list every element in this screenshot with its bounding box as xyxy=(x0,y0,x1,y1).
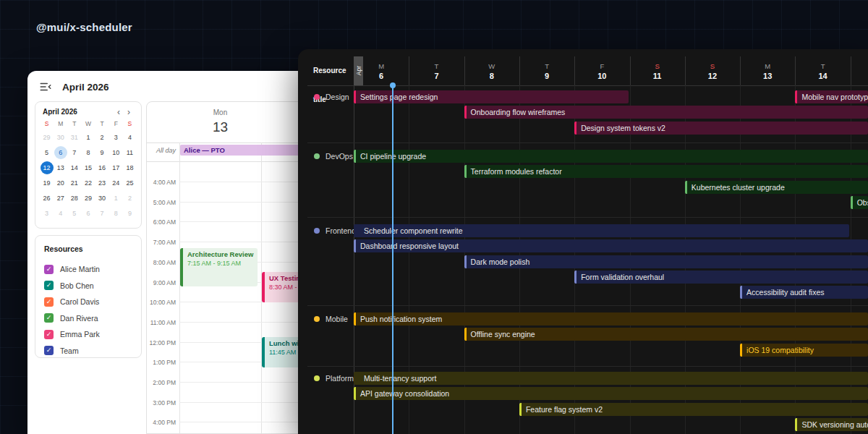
timeline-day-number: 7 xyxy=(434,72,438,80)
resource-item[interactable]: ✓Alice Martin xyxy=(44,261,132,278)
timeline-event[interactable]: Design system tokens v2 xyxy=(574,122,868,135)
timeline-event[interactable]: Dashboard responsive layout xyxy=(354,239,868,252)
mini-calendar-day-number: 6 xyxy=(54,146,67,159)
mini-calendar-day[interactable]: 8 xyxy=(81,145,95,160)
mini-calendar-day[interactable]: 20 xyxy=(54,175,67,190)
mini-calendar-day[interactable]: 18 xyxy=(123,160,137,175)
timeline-event[interactable]: Onboarding flow wireframes xyxy=(464,106,868,119)
mini-calendar-day[interactable]: 21 xyxy=(67,175,81,190)
sidebar-toggle-button[interactable] xyxy=(39,80,52,93)
mini-calendar-day[interactable]: 13 xyxy=(54,160,67,175)
mini-calendar-day[interactable]: 9 xyxy=(95,145,109,160)
mini-calendar-day[interactable]: 6 xyxy=(81,205,95,221)
mini-calendar-day[interactable]: 5 xyxy=(67,205,81,221)
timeline-event[interactable]: Form validation overhaul xyxy=(574,271,868,284)
resource-checkbox[interactable]: ✓ xyxy=(44,313,54,323)
mini-calendar-day[interactable]: 1 xyxy=(109,190,123,205)
mini-calendar-day[interactable]: 29 xyxy=(81,190,95,205)
mini-calendar-day[interactable]: 6 xyxy=(54,145,67,160)
mini-calendar-day[interactable]: 24 xyxy=(109,175,123,190)
timeline-event[interactable]: Terraform modules refactor xyxy=(464,165,868,178)
timeline-event[interactable]: Kubernetes cluster upgrade xyxy=(685,181,868,194)
resource-item[interactable]: ✓Team xyxy=(44,343,132,359)
day-event[interactable]: Architecture Review7:15 AM - 9:15 AM xyxy=(180,248,258,286)
mini-calendar-day[interactable]: 22 xyxy=(81,175,95,190)
resource-item[interactable]: ✓Dan Rivera xyxy=(44,310,132,327)
mini-calendar-day[interactable]: 27 xyxy=(54,190,67,205)
time-label: 3:00 PM xyxy=(147,399,176,407)
mini-calendar-day[interactable]: 10 xyxy=(109,145,123,160)
resource-checkbox[interactable]: ✓ xyxy=(44,265,54,274)
next-month-button[interactable]: › xyxy=(124,109,134,116)
resource-item[interactable]: ✓Carol Davis xyxy=(44,294,132,310)
timeline-event[interactable]: Feature flag system v2 xyxy=(519,403,868,416)
resource-row-name: Platform xyxy=(326,374,354,383)
mini-calendar-day[interactable]: 7 xyxy=(95,205,109,221)
mini-calendar-day[interactable]: 16 xyxy=(95,160,109,175)
mini-calendar-day[interactable]: 25 xyxy=(123,175,137,190)
resource-checkbox[interactable]: ✓ xyxy=(44,297,54,307)
timeline-event[interactable]: Offline sync engine xyxy=(464,328,868,341)
timeline-event[interactable]: CI pipeline upgrade xyxy=(354,150,868,163)
mini-calendar-day[interactable]: 3 xyxy=(40,205,54,221)
mini-calendar-day[interactable]: 26 xyxy=(40,190,54,205)
mini-calendar-day[interactable]: 17 xyxy=(109,160,123,175)
mini-calendar-day-number: 18 xyxy=(123,161,136,174)
timeline-event[interactable]: Settings page redesign xyxy=(354,90,629,103)
mini-calendar-day-number: 13 xyxy=(54,161,67,174)
mini-calendar-day[interactable]: 2 xyxy=(95,129,109,145)
day-view-weekday: Mon xyxy=(179,109,261,116)
mini-calendar-day[interactable]: 5 xyxy=(40,145,54,160)
timeline-event[interactable]: Scheduler component rewrite xyxy=(354,224,849,237)
mini-calendar-day-number: 21 xyxy=(68,176,81,190)
timeline-event[interactable]: SDK versioning automat xyxy=(795,418,868,431)
mini-calendar-day-number: 9 xyxy=(95,146,109,159)
mini-calendar-day[interactable]: 29 xyxy=(40,129,54,145)
grid-line xyxy=(519,56,520,85)
mini-calendar-weekday: M xyxy=(54,117,67,129)
resource-checkbox[interactable]: ✓ xyxy=(44,346,54,355)
mini-calendar-weekday: F xyxy=(109,117,123,129)
mini-calendar-day[interactable]: 15 xyxy=(81,160,95,175)
mini-calendar-day[interactable]: 3 xyxy=(109,129,123,145)
timeline-event[interactable]: API gateway consolidation xyxy=(354,387,868,400)
menu-open-icon xyxy=(39,80,52,93)
mini-calendar-day-number: 8 xyxy=(82,146,95,159)
mini-calendar-day[interactable]: 1 xyxy=(81,129,95,145)
timeline-event[interactable]: Push notification system xyxy=(354,312,868,326)
timeline-event[interactable]: Multi-tenancy support xyxy=(354,372,868,385)
timeline-day-number: 11 xyxy=(653,72,662,80)
timeline-day-header: S11 xyxy=(630,56,685,85)
mini-calendar-day[interactable]: 11 xyxy=(123,145,137,160)
timeline-event[interactable]: Mobile nav prototype xyxy=(795,90,868,103)
mini-calendar-day[interactable]: 28 xyxy=(67,190,81,205)
mini-calendar-day[interactable]: 8 xyxy=(109,205,123,221)
mini-calendar-day[interactable]: 4 xyxy=(123,129,137,145)
mini-calendar-day[interactable]: 9 xyxy=(123,205,137,221)
timeline-event[interactable]: Dark mode polish xyxy=(464,255,868,268)
timeline-event[interactable]: Accessibility audit fixes xyxy=(740,286,868,299)
mini-calendar-day[interactable]: 30 xyxy=(95,190,109,205)
grid-line xyxy=(685,56,686,85)
prev-month-button[interactable]: ‹ xyxy=(114,109,124,116)
timeline-event[interactable]: iOS 19 compatibility xyxy=(740,344,868,357)
mini-calendar-day[interactable]: 7 xyxy=(67,145,81,160)
mini-calendar-day[interactable]: 23 xyxy=(95,175,109,190)
resource-item[interactable]: ✓Bob Chen xyxy=(44,278,132,294)
mini-calendar-day[interactable]: 19 xyxy=(40,175,54,190)
resource-item[interactable]: ✓Emma Park xyxy=(44,326,132,343)
resource-color-dot xyxy=(314,316,320,322)
resource-row-label: Mobile xyxy=(314,313,348,325)
timeline-event[interactable]: Obse xyxy=(851,196,868,209)
mini-calendar-day[interactable]: 30 xyxy=(54,129,67,145)
resource-checkbox[interactable]: ✓ xyxy=(44,330,54,339)
mini-calendar-day[interactable]: 2 xyxy=(123,190,137,205)
time-label: 4:00 AM xyxy=(147,179,176,186)
resource-checkbox[interactable]: ✓ xyxy=(44,281,54,290)
mini-calendar-day[interactable]: 4 xyxy=(54,205,67,221)
mini-calendar-day[interactable]: 12 xyxy=(40,160,54,175)
mini-calendar-day[interactable]: 14 xyxy=(67,160,81,175)
mini-calendar-day[interactable]: 31 xyxy=(67,129,81,145)
timeline-day-weekday: M xyxy=(378,62,384,70)
timeline-day-header: T14 xyxy=(795,56,850,85)
